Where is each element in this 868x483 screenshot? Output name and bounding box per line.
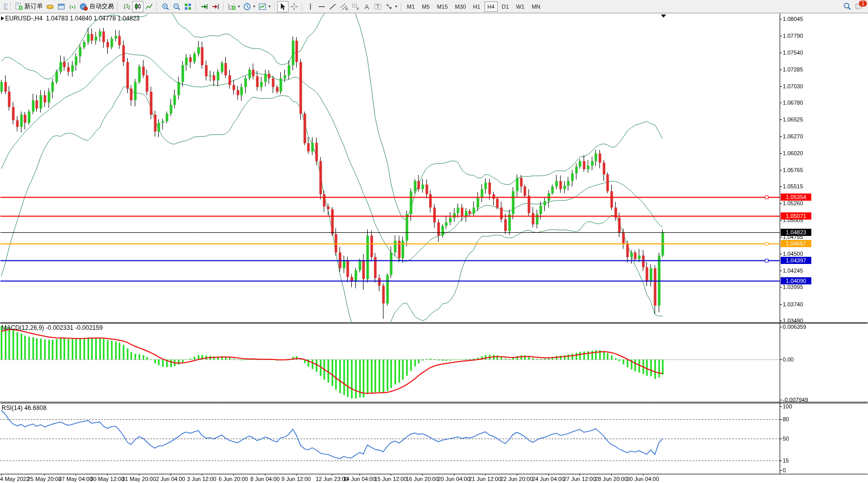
timeframe-button-MN[interactable]: MN	[528, 2, 543, 12]
bar-chart-icon	[123, 3, 131, 11]
autotrading-globe-icon	[80, 3, 88, 11]
text-icon: A	[363, 3, 371, 11]
arrows-icon	[385, 3, 393, 11]
svg-text:F: F	[357, 7, 359, 11]
crosshair-icon	[290, 3, 298, 11]
line-chart-button[interactable]	[143, 1, 155, 12]
tile-windows-icon	[184, 3, 192, 11]
toolbar-separator	[302, 2, 303, 11]
svg-text:T: T	[376, 4, 379, 10]
svg-text:E: E	[346, 7, 348, 11]
fibonacci-button[interactable]: F	[350, 1, 361, 12]
template-chart-icon	[258, 3, 267, 11]
svg-text:A: A	[365, 3, 369, 11]
arrows-button[interactable]: ▾	[383, 1, 399, 12]
clipped-toolbar-icon[interactable]	[0, 1, 8, 13]
chart-canvas[interactable]	[0, 0, 868, 483]
autotrading-button[interactable]: 自动交易	[78, 1, 115, 12]
cursor-button[interactable]	[277, 1, 288, 12]
notification-badge: 1	[859, 1, 867, 7]
periods-button[interactable]: ▾	[242, 1, 257, 12]
auto-scroll-button[interactable]	[199, 1, 210, 12]
dropdown-arrow-icon: ▾	[269, 4, 271, 9]
bar-chart-button[interactable]	[121, 1, 132, 12]
text-label-button[interactable]: T	[372, 1, 383, 12]
candlestick-chart-button[interactable]	[132, 1, 143, 12]
zoom-in-icon	[161, 3, 170, 11]
toolbar-separator	[274, 2, 275, 11]
timeframe-button-M5[interactable]: M5	[419, 2, 432, 12]
dropdown-arrow-icon: ▾	[238, 4, 240, 9]
timeframe-button-W1[interactable]: W1	[513, 2, 528, 12]
indicators-icon	[228, 3, 236, 11]
timeframe-button-M15[interactable]: M15	[434, 2, 451, 12]
vertical-line-icon	[306, 3, 315, 11]
auto-scroll-icon	[200, 3, 208, 11]
market-watch-button[interactable]	[44, 1, 56, 12]
horizontal-line-button[interactable]	[316, 1, 327, 12]
toolbar: 新订单 自动交易	[0, 0, 868, 13]
navigator-button[interactable]	[56, 1, 67, 12]
horizontal-line-icon	[318, 3, 326, 11]
toolbar-right: 1	[843, 2, 868, 11]
templates-button[interactable]: ▾	[257, 1, 272, 12]
new-order-button[interactable]: 新订单	[13, 1, 44, 12]
timeframe-group: M1M5M15M30H1H4D1W1MN	[404, 2, 543, 12]
channel-button[interactable]: E	[339, 1, 350, 12]
signal-icon	[68, 3, 77, 11]
timeframe-button-M1[interactable]: M1	[404, 2, 418, 12]
toolbar-grip	[117, 2, 119, 11]
cursor-icon	[279, 3, 287, 11]
trendline-icon	[329, 3, 337, 11]
timeframe-button-M30[interactable]: M30	[452, 2, 469, 12]
text-label-icon: T	[374, 3, 382, 11]
toolbar-separator	[157, 2, 158, 11]
zoom-in-button[interactable]	[160, 1, 171, 12]
gold-bar-icon	[46, 3, 54, 11]
autotrading-label: 自动交易	[89, 2, 114, 11]
timeframe-button-H1[interactable]: H1	[470, 2, 483, 12]
toolbar-separator	[223, 2, 224, 11]
line-chart-icon	[145, 3, 153, 11]
window-icon	[57, 3, 65, 11]
toolbar-separator	[10, 2, 11, 11]
trendline-button[interactable]	[327, 1, 339, 12]
candlestick-chart-icon	[134, 3, 142, 11]
text-button[interactable]: A	[361, 1, 372, 12]
vertical-line-button[interactable]	[305, 1, 316, 12]
new-order-icon	[15, 3, 23, 11]
fibonacci-icon: F	[351, 3, 359, 11]
zoom-out-button[interactable]	[171, 1, 182, 12]
notifications-button[interactable]: 1	[855, 3, 864, 11]
zoom-out-icon	[173, 3, 181, 11]
channel-icon: E	[340, 3, 348, 11]
search-icon[interactable]	[843, 2, 852, 11]
toolbar-separator	[401, 2, 402, 11]
dropdown-arrow-icon: ▾	[395, 4, 397, 9]
timeframe-button-H4[interactable]: H4	[485, 2, 498, 12]
chart-shift-button[interactable]	[210, 1, 221, 12]
dropdown-arrow-icon: ▾	[253, 4, 255, 9]
data-window-button[interactable]	[67, 1, 78, 12]
chart-shift-icon	[211, 3, 220, 11]
crosshair-button[interactable]	[288, 1, 300, 12]
new-order-label: 新订单	[25, 2, 43, 11]
toolbar-separator	[196, 2, 197, 11]
tile-windows-button[interactable]	[182, 1, 194, 12]
chart-partial-icon	[2, 3, 8, 11]
indicators-button[interactable]: ▾	[226, 1, 242, 12]
clock-icon	[243, 3, 251, 11]
timeframe-button-D1[interactable]: D1	[499, 2, 512, 12]
